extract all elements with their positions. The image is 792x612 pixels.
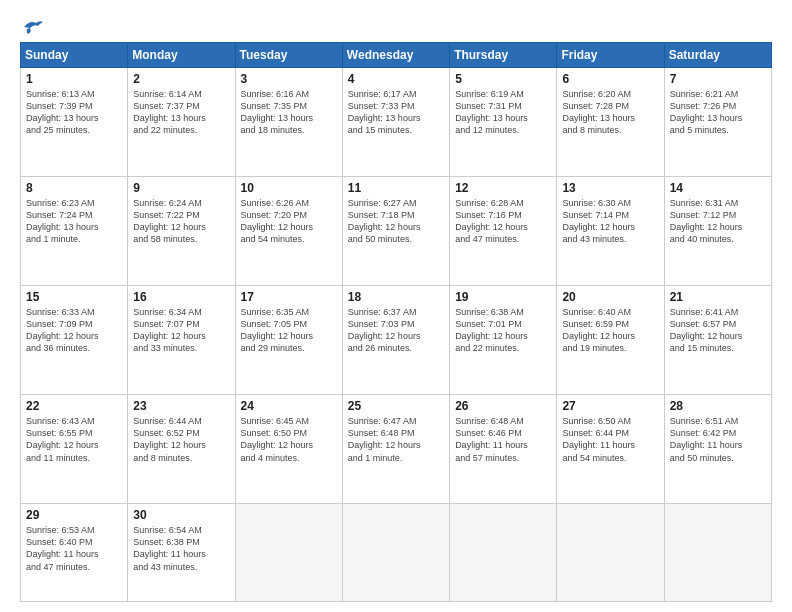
calendar-header-wednesday: Wednesday [342,43,449,68]
week-row-3: 15Sunrise: 6:33 AM Sunset: 7:09 PM Dayli… [21,286,772,395]
week-row-4: 22Sunrise: 6:43 AM Sunset: 6:55 PM Dayli… [21,395,772,504]
day-number: 7 [670,72,766,86]
calendar-cell: 19Sunrise: 6:38 AM Sunset: 7:01 PM Dayli… [450,286,557,395]
calendar-cell: 27Sunrise: 6:50 AM Sunset: 6:44 PM Dayli… [557,395,664,504]
calendar-cell: 22Sunrise: 6:43 AM Sunset: 6:55 PM Dayli… [21,395,128,504]
week-row-5: 29Sunrise: 6:53 AM Sunset: 6:40 PM Dayli… [21,504,772,602]
day-number: 19 [455,290,551,304]
week-row-2: 8Sunrise: 6:23 AM Sunset: 7:24 PM Daylig… [21,177,772,286]
day-number: 26 [455,399,551,413]
calendar-cell: 18Sunrise: 6:37 AM Sunset: 7:03 PM Dayli… [342,286,449,395]
day-info: Sunrise: 6:23 AM Sunset: 7:24 PM Dayligh… [26,197,122,246]
day-info: Sunrise: 6:43 AM Sunset: 6:55 PM Dayligh… [26,415,122,464]
calendar-cell: 21Sunrise: 6:41 AM Sunset: 6:57 PM Dayli… [664,286,771,395]
calendar-cell [664,504,771,602]
calendar-body: 1Sunrise: 6:13 AM Sunset: 7:39 PM Daylig… [21,68,772,602]
day-number: 22 [26,399,122,413]
day-info: Sunrise: 6:24 AM Sunset: 7:22 PM Dayligh… [133,197,229,246]
calendar-cell: 6Sunrise: 6:20 AM Sunset: 7:28 PM Daylig… [557,68,664,177]
logo [20,18,44,36]
day-info: Sunrise: 6:35 AM Sunset: 7:05 PM Dayligh… [241,306,337,355]
calendar-cell: 11Sunrise: 6:27 AM Sunset: 7:18 PM Dayli… [342,177,449,286]
day-number: 16 [133,290,229,304]
calendar-cell: 8Sunrise: 6:23 AM Sunset: 7:24 PM Daylig… [21,177,128,286]
day-info: Sunrise: 6:51 AM Sunset: 6:42 PM Dayligh… [670,415,766,464]
calendar-cell: 9Sunrise: 6:24 AM Sunset: 7:22 PM Daylig… [128,177,235,286]
calendar-cell: 17Sunrise: 6:35 AM Sunset: 7:05 PM Dayli… [235,286,342,395]
calendar-cell: 26Sunrise: 6:48 AM Sunset: 6:46 PM Dayli… [450,395,557,504]
day-info: Sunrise: 6:14 AM Sunset: 7:37 PM Dayligh… [133,88,229,137]
day-number: 8 [26,181,122,195]
day-info: Sunrise: 6:38 AM Sunset: 7:01 PM Dayligh… [455,306,551,355]
day-info: Sunrise: 6:47 AM Sunset: 6:48 PM Dayligh… [348,415,444,464]
calendar-cell: 23Sunrise: 6:44 AM Sunset: 6:52 PM Dayli… [128,395,235,504]
day-info: Sunrise: 6:13 AM Sunset: 7:39 PM Dayligh… [26,88,122,137]
day-number: 12 [455,181,551,195]
logo-bird-icon [22,18,44,36]
calendar-cell: 1Sunrise: 6:13 AM Sunset: 7:39 PM Daylig… [21,68,128,177]
calendar-cell: 28Sunrise: 6:51 AM Sunset: 6:42 PM Dayli… [664,395,771,504]
day-number: 9 [133,181,229,195]
day-info: Sunrise: 6:50 AM Sunset: 6:44 PM Dayligh… [562,415,658,464]
day-info: Sunrise: 6:34 AM Sunset: 7:07 PM Dayligh… [133,306,229,355]
calendar-cell: 29Sunrise: 6:53 AM Sunset: 6:40 PM Dayli… [21,504,128,602]
day-info: Sunrise: 6:26 AM Sunset: 7:20 PM Dayligh… [241,197,337,246]
calendar-cell: 15Sunrise: 6:33 AM Sunset: 7:09 PM Dayli… [21,286,128,395]
calendar-header-monday: Monday [128,43,235,68]
calendar-header-thursday: Thursday [450,43,557,68]
calendar-cell: 4Sunrise: 6:17 AM Sunset: 7:33 PM Daylig… [342,68,449,177]
calendar-cell: 12Sunrise: 6:28 AM Sunset: 7:16 PM Dayli… [450,177,557,286]
calendar-cell: 3Sunrise: 6:16 AM Sunset: 7:35 PM Daylig… [235,68,342,177]
day-number: 3 [241,72,337,86]
day-info: Sunrise: 6:30 AM Sunset: 7:14 PM Dayligh… [562,197,658,246]
day-info: Sunrise: 6:45 AM Sunset: 6:50 PM Dayligh… [241,415,337,464]
calendar-header-sunday: Sunday [21,43,128,68]
day-number: 29 [26,508,122,522]
calendar-header-saturday: Saturday [664,43,771,68]
day-info: Sunrise: 6:19 AM Sunset: 7:31 PM Dayligh… [455,88,551,137]
day-info: Sunrise: 6:40 AM Sunset: 6:59 PM Dayligh… [562,306,658,355]
calendar-cell: 30Sunrise: 6:54 AM Sunset: 6:38 PM Dayli… [128,504,235,602]
calendar-cell [342,504,449,602]
day-number: 28 [670,399,766,413]
day-number: 13 [562,181,658,195]
day-number: 23 [133,399,229,413]
calendar-cell [450,504,557,602]
day-info: Sunrise: 6:37 AM Sunset: 7:03 PM Dayligh… [348,306,444,355]
day-number: 11 [348,181,444,195]
day-info: Sunrise: 6:27 AM Sunset: 7:18 PM Dayligh… [348,197,444,246]
day-number: 1 [26,72,122,86]
calendar-cell: 7Sunrise: 6:21 AM Sunset: 7:26 PM Daylig… [664,68,771,177]
calendar: SundayMondayTuesdayWednesdayThursdayFrid… [20,42,772,602]
header [20,18,772,36]
calendar-header-tuesday: Tuesday [235,43,342,68]
day-number: 5 [455,72,551,86]
day-info: Sunrise: 6:54 AM Sunset: 6:38 PM Dayligh… [133,524,229,573]
day-number: 2 [133,72,229,86]
calendar-cell: 24Sunrise: 6:45 AM Sunset: 6:50 PM Dayli… [235,395,342,504]
day-number: 6 [562,72,658,86]
day-number: 15 [26,290,122,304]
day-number: 21 [670,290,766,304]
calendar-cell: 5Sunrise: 6:19 AM Sunset: 7:31 PM Daylig… [450,68,557,177]
day-number: 4 [348,72,444,86]
day-number: 25 [348,399,444,413]
page: SundayMondayTuesdayWednesdayThursdayFrid… [0,0,792,612]
day-info: Sunrise: 6:44 AM Sunset: 6:52 PM Dayligh… [133,415,229,464]
day-info: Sunrise: 6:48 AM Sunset: 6:46 PM Dayligh… [455,415,551,464]
day-number: 10 [241,181,337,195]
day-info: Sunrise: 6:20 AM Sunset: 7:28 PM Dayligh… [562,88,658,137]
day-number: 20 [562,290,658,304]
day-number: 24 [241,399,337,413]
day-info: Sunrise: 6:33 AM Sunset: 7:09 PM Dayligh… [26,306,122,355]
day-number: 17 [241,290,337,304]
day-number: 18 [348,290,444,304]
day-info: Sunrise: 6:53 AM Sunset: 6:40 PM Dayligh… [26,524,122,573]
day-info: Sunrise: 6:31 AM Sunset: 7:12 PM Dayligh… [670,197,766,246]
calendar-cell: 14Sunrise: 6:31 AM Sunset: 7:12 PM Dayli… [664,177,771,286]
calendar-cell [557,504,664,602]
day-number: 14 [670,181,766,195]
calendar-cell: 16Sunrise: 6:34 AM Sunset: 7:07 PM Dayli… [128,286,235,395]
calendar-cell [235,504,342,602]
calendar-cell: 25Sunrise: 6:47 AM Sunset: 6:48 PM Dayli… [342,395,449,504]
